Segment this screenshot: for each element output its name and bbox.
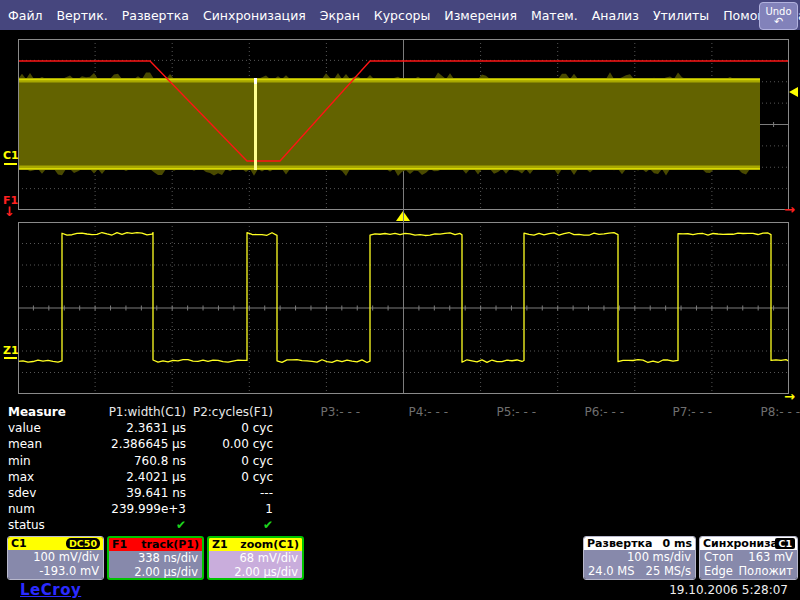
z1-trace-label[interactable]: Z1 <box>3 345 19 356</box>
menu-item-file[interactable]: Файл <box>8 8 43 23</box>
channel-descriptor-c1[interactable]: C1 DC50 100 mV/div -193.0 mV <box>7 536 104 580</box>
measure-value-p6-status <box>536 517 624 533</box>
undo-button[interactable]: Undo ↶ <box>759 2 798 30</box>
measure-value-p7-value <box>624 420 712 436</box>
c1-trace-label[interactable]: C1 <box>3 150 19 161</box>
menu-item-analysis[interactable]: Анализ <box>592 8 639 23</box>
measure-row-label: mean <box>8 436 108 452</box>
measure-value-p7-num <box>624 501 712 517</box>
f1-vertical-scale: 338 ns/div <box>113 551 198 565</box>
trigger-descriptor[interactable]: Синхронизац C1 Стоп 163 mV Edge Положит <box>699 536 798 580</box>
trace-descriptor-f1[interactable]: F1 track(P1) 338 ns/div 2.00 µs/div <box>107 536 204 580</box>
menu-item-math[interactable]: Матем. <box>531 8 578 23</box>
measure-value-p2-min: 0 cyc <box>186 453 273 469</box>
menu-item-cursors[interactable]: Курсоры <box>374 8 431 23</box>
z1-function: zoom(C1) <box>240 538 299 551</box>
measure-col-header-p5[interactable]: P5:- - - <box>448 404 536 420</box>
measure-value-p3-max <box>273 469 360 485</box>
z1-vertical-scale: 68 mV/div <box>213 551 298 565</box>
measure-value-p8-value <box>712 420 800 436</box>
menu-item-timebase[interactable]: Развертка <box>122 8 189 23</box>
measure-value-p8-sdev <box>712 485 800 501</box>
timebase-delay: 0 ms <box>663 537 693 550</box>
measure-value-p1-min: 760.8 ns <box>108 453 186 469</box>
measure-col-header-p8[interactable]: P8:- - - <box>712 404 800 420</box>
measure-value-p3-num <box>273 501 360 517</box>
measure-value-p8-status <box>712 517 800 533</box>
measure-title: Measure <box>8 404 108 420</box>
f1-offscreen-right-arrow-icon: → <box>784 203 795 216</box>
timebase-title: Развертка <box>587 537 652 550</box>
timebase-samples: 24.0 MS <box>588 564 634 578</box>
measure-value-p5-mean <box>448 436 536 452</box>
measure-row-label: min <box>8 453 108 469</box>
measure-value-p6-max <box>536 469 624 485</box>
measure-row-label: value <box>8 420 108 436</box>
measure-value-p4-value <box>360 420 448 436</box>
measure-value-p1-mean: 2.386645 µs <box>108 436 186 452</box>
measure-value-p1-value: 2.3631 µs <box>108 420 186 436</box>
z1-offscreen-right-arrow-icon: → <box>784 390 795 403</box>
trigger-title: Синхронизац <box>703 537 775 550</box>
measure-row-label: sdev <box>8 485 108 501</box>
measure-col-header-p4[interactable]: P4:- - - <box>360 404 448 420</box>
measure-col-header-p3[interactable]: P3:- - - <box>273 404 360 420</box>
trigger-type: Edge <box>704 564 733 578</box>
top-waveform-grid[interactable] <box>18 39 789 210</box>
measure-value-p1-status: ✔ <box>108 517 186 533</box>
trigger-slope: Положит <box>738 564 793 578</box>
f1-horizontal-scale: 2.00 µs/div <box>113 565 198 579</box>
measure-value-p2-num: 1 <box>186 501 273 517</box>
menu-item-measure[interactable]: Измерения <box>444 8 517 23</box>
measure-value-p5-num <box>448 501 536 517</box>
measure-value-p2-mean: 0.00 cyc <box>186 436 273 452</box>
measure-value-p7-mean <box>624 436 712 452</box>
timebase-scale: 100 ms/div <box>588 550 691 564</box>
measure-col-header-p6[interactable]: P6:- - - <box>536 404 624 420</box>
measure-value-p6-sdev <box>536 485 624 501</box>
trigger-source-badge: C1 <box>775 538 795 549</box>
c1-level-marker <box>4 163 17 165</box>
measure-value-p2-max: 0 cyc <box>186 469 273 485</box>
menu-item-utilities[interactable]: Утилиты <box>653 8 709 23</box>
trace-descriptor-z1[interactable]: Z1 zoom(C1) 68 mV/div 2.00 µs/div <box>207 536 304 580</box>
menu-item-display[interactable]: Экран <box>320 8 360 23</box>
bottom-waveform-grid[interactable] <box>18 222 789 394</box>
measure-row-label: num <box>8 501 108 517</box>
measure-value-p8-min <box>712 453 800 469</box>
measure-value-p4-max <box>360 469 448 485</box>
measure-value-p4-min <box>360 453 448 469</box>
measure-col-header-p7[interactable]: P7:- - - <box>624 404 712 420</box>
timebase-descriptor[interactable]: Развертка 0 ms 100 ms/div 24.0 MS 25 MS/… <box>583 536 696 580</box>
measure-value-p3-min <box>273 453 360 469</box>
measure-value-p3-mean <box>273 436 360 452</box>
measure-value-p8-num <box>712 501 800 517</box>
menu-item-trigger[interactable]: Синхронизация <box>203 8 306 23</box>
measure-value-p5-min <box>448 453 536 469</box>
menu-item-vertical[interactable]: Вертик. <box>57 8 108 23</box>
measure-row-label: status <box>8 517 108 533</box>
trigger-level: 163 mV <box>748 550 793 564</box>
measure-value-p6-min <box>536 453 624 469</box>
measure-col-header-p1[interactable]: P1:width(C1) <box>108 404 186 420</box>
measure-value-p6-value <box>536 420 624 436</box>
measure-value-p1-max: 2.4021 µs <box>108 469 186 485</box>
measure-value-p3-status <box>273 517 360 533</box>
trigger-mode: Стоп <box>704 550 733 564</box>
trigger-level-marker-icon[interactable] <box>789 87 798 97</box>
measure-table: MeasureP1:width(C1)P2:cycles(F1)P3:- - -… <box>8 404 794 534</box>
f1-offscreen-down-arrow-icon: ↓ <box>4 205 15 218</box>
measure-value-p6-num <box>536 501 624 517</box>
z1-horizontal-scale: 2.00 µs/div <box>213 565 298 579</box>
measure-value-p4-mean <box>360 436 448 452</box>
center-gridline-joint <box>403 209 404 222</box>
f1-function: track(P1) <box>141 538 199 551</box>
measure-value-p4-sdev <box>360 485 448 501</box>
c1-offset: -193.0 mV <box>12 564 99 578</box>
measure-col-header-p2[interactable]: P2:cycles(F1) <box>186 404 273 420</box>
measure-value-p5-status <box>448 517 536 533</box>
measure-value-p3-sdev <box>273 485 360 501</box>
measure-value-p7-status <box>624 517 712 533</box>
lecroy-logo: LeCroy <box>20 581 81 599</box>
c1-coupling-badge: DC50 <box>66 538 100 549</box>
